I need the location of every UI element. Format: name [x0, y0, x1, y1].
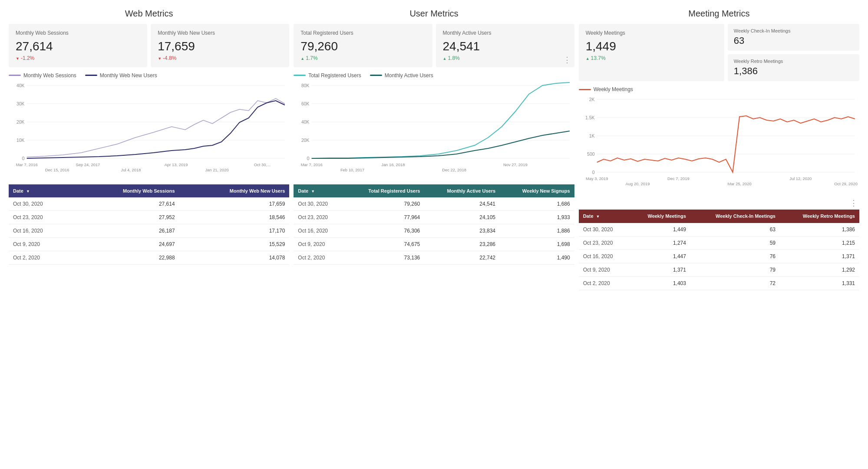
- user-table-cell: Oct 9, 2020: [294, 238, 344, 251]
- web-new-users-value: 17,659: [158, 39, 282, 53]
- web-new-users-change: -4.8%: [158, 55, 282, 61]
- total-registered-value: 79,260: [300, 39, 425, 53]
- svg-text:Oct 29, 2020: Oct 29, 2020: [834, 182, 858, 186]
- meeting-legend-weekly-label: Weekly Meetings: [594, 86, 633, 92]
- meeting-data-table: Date ▼ Weekly Meetings Weekly Check-In M…: [579, 210, 859, 290]
- monthly-active-change-value: 1.8%: [448, 55, 459, 61]
- web-table-new-users-header[interactable]: Monthly Web New Users: [179, 184, 290, 198]
- user-table-cell: Oct 23, 2020: [294, 211, 344, 224]
- weekly-meetings-change: 13.7%: [586, 55, 717, 61]
- user-legend-registered-line: [294, 75, 306, 76]
- meeting-table-row: Oct 9, 20201,371791,292: [579, 263, 859, 276]
- meeting-table-cell: Oct 30, 2020: [579, 223, 629, 236]
- svg-text:Jul 12, 2020: Jul 12, 2020: [789, 177, 812, 181]
- user-table-registered-header[interactable]: Total Registered Users: [345, 184, 425, 198]
- meeting-sub-cards: Weekly Check-In Meetings 63 Weekly Retro…: [728, 24, 859, 81]
- user-table-cell: Oct 30, 2020: [294, 197, 344, 211]
- meeting-table-weekly-header[interactable]: Weekly Meetings: [629, 210, 690, 223]
- user-three-dots[interactable]: ⋮: [563, 56, 571, 64]
- meeting-table-cell: Oct 2, 2020: [579, 276, 629, 290]
- meeting-chart-legend: Weekly Meetings: [579, 86, 859, 92]
- web-legend-new-users-label: Monthly Web New Users: [100, 72, 157, 79]
- svg-text:Dec 7, 2019: Dec 7, 2019: [667, 177, 690, 181]
- meeting-table-cell: 63: [690, 223, 780, 236]
- meeting-table-cell: 59: [690, 236, 780, 249]
- user-table-cell: 79,260: [345, 197, 425, 211]
- user-data-table: Date ▼ Total Registered Users Monthly Ac…: [294, 184, 574, 265]
- user-table-cell: 24,541: [424, 197, 500, 211]
- svg-text:Dec 15, 2016: Dec 15, 2016: [45, 168, 69, 172]
- meeting-date-sort-icon: ▼: [596, 214, 600, 219]
- weekly-retro-value: 1,386: [734, 66, 853, 77]
- web-sessions-change: -1.2%: [16, 55, 140, 61]
- web-table-cell: 27,952: [75, 211, 179, 224]
- user-table-cell: Oct 2, 2020: [294, 251, 344, 265]
- meeting-metrics-title: Meeting Metrics: [579, 9, 859, 19]
- svg-text:Aug 20, 2019: Aug 20, 2019: [625, 182, 650, 186]
- svg-text:1K: 1K: [589, 134, 594, 138]
- web-legend-new-users: Monthly Web New Users: [85, 72, 157, 79]
- meeting-table-cell: 1,447: [629, 249, 690, 263]
- svg-text:Oct 30,...: Oct 30,...: [254, 163, 271, 167]
- user-table-row: Oct 9, 202074,67523,2861,698: [294, 238, 574, 251]
- total-registered-card: Total Registered Users 79,260 1.7%: [294, 24, 432, 67]
- web-sessions-title: Monthly Web Sessions: [16, 30, 140, 37]
- svg-text:2K: 2K: [589, 97, 594, 102]
- meeting-three-dots[interactable]: ⋮: [579, 198, 859, 208]
- weekly-meetings-arrow: [586, 55, 590, 61]
- svg-text:20K: 20K: [301, 138, 310, 143]
- monthly-active-change: 1.8%: [443, 55, 568, 61]
- web-table-cell: 27,614: [75, 197, 179, 211]
- web-metric-cards: Monthly Web Sessions 27,614 -1.2% Monthl…: [9, 24, 289, 67]
- meeting-chart: 2K 1.5K 1K 500 0 May 3, 2019 Dec 7, 2019…: [579, 95, 859, 190]
- web-legend-sessions-label: Monthly Web Sessions: [23, 72, 76, 79]
- monthly-active-value: 24,541: [443, 39, 568, 53]
- web-table-cell: 24,697: [75, 238, 179, 251]
- user-table-cell: 1,698: [500, 238, 574, 251]
- total-registered-change-value: 1.7%: [306, 55, 317, 61]
- user-date-sort-icon: ▼: [311, 189, 315, 194]
- meeting-table-checkin-header[interactable]: Weekly Check-In Meetings: [690, 210, 780, 223]
- web-table-cell: Oct 9, 2020: [9, 238, 75, 251]
- user-table-active-header[interactable]: Monthly Active Users: [424, 184, 500, 198]
- meeting-table-cell: 76: [690, 249, 780, 263]
- user-table-cell: 76,306: [345, 224, 425, 238]
- web-metrics-title: Web Metrics: [9, 9, 289, 19]
- meeting-table-row: Oct 23, 20201,274591,215: [579, 236, 859, 249]
- meeting-table-cell: 1,371: [629, 263, 690, 276]
- svg-text:20K: 20K: [17, 120, 25, 125]
- web-table-row: Oct 9, 202024,69715,529: [9, 238, 289, 251]
- web-new-users-title: Monthly Web New Users: [158, 30, 282, 37]
- total-registered-title: Total Registered Users: [300, 30, 425, 37]
- svg-text:40K: 40K: [17, 83, 25, 88]
- weekly-retro-title: Weekly Retro Meetings: [734, 59, 853, 64]
- svg-text:May 3, 2019: May 3, 2019: [586, 177, 608, 181]
- web-table-cell: Oct 30, 2020: [9, 197, 75, 211]
- total-registered-arrow: [300, 55, 304, 61]
- web-table-row: Oct 23, 202027,95218,546: [9, 211, 289, 224]
- meeting-table-retro-header[interactable]: Weekly Retro Meetings: [780, 210, 859, 223]
- web-table-cell: 15,529: [179, 238, 290, 251]
- meeting-table-cell: 1,371: [780, 249, 859, 263]
- web-sessions-change-value: -1.2%: [21, 55, 34, 61]
- web-table-sessions-header[interactable]: Monthly Web Sessions: [75, 184, 179, 198]
- web-metrics-section: Web Metrics Monthly Web Sessions 27,614 …: [9, 9, 289, 290]
- weekly-checkin-title: Weekly Check-In Meetings: [734, 28, 853, 33]
- user-table-date-header[interactable]: Date ▼: [294, 184, 344, 198]
- web-legend-sessions-line: [9, 75, 21, 76]
- meeting-legend-weekly: Weekly Meetings: [579, 86, 633, 92]
- web-table-cell: 26,187: [75, 224, 179, 238]
- meeting-table-cell: Oct 16, 2020: [579, 249, 629, 263]
- web-table-cell: 18,546: [179, 211, 290, 224]
- web-sessions-arrow: [16, 55, 20, 61]
- user-table-cell: 24,105: [424, 211, 500, 224]
- user-metrics-section: User Metrics Total Registered Users 79,2…: [294, 9, 574, 290]
- user-table-signups-header[interactable]: Weekly New Signups: [500, 184, 574, 198]
- meeting-table-cell: Oct 23, 2020: [579, 236, 629, 249]
- web-table-date-header[interactable]: Date ▼: [9, 184, 75, 198]
- meeting-metrics-section: Meeting Metrics Weekly Meetings 1,449 13…: [579, 9, 859, 290]
- meeting-table-date-header[interactable]: Date ▼: [579, 210, 629, 223]
- web-table-cell: 17,659: [179, 197, 290, 211]
- user-table-cell: 74,675: [345, 238, 425, 251]
- meeting-table-cell: 79: [690, 263, 780, 276]
